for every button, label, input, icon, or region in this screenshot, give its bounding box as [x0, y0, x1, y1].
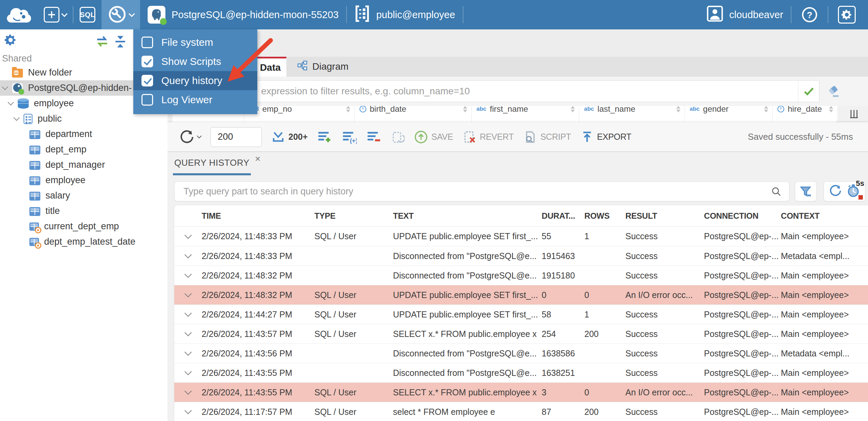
tree-item[interactable]: department	[0, 126, 167, 142]
query-history-row[interactable]: 2/26/2024, 11:48:33 PM Disconnected from…	[174, 246, 868, 266]
tree-item[interactable]: dept_emp_latest_date	[0, 234, 167, 249]
column-header[interactable]: TIME	[202, 211, 314, 221]
duplicate-row-button[interactable]: (+)	[342, 130, 357, 144]
query-history-row[interactable]: 2/26/2024, 11:48:32 PM SQL / User UPDATE…	[174, 285, 868, 304]
collapse-all-icon[interactable]	[113, 35, 128, 50]
expand-row-icon[interactable]	[184, 251, 191, 258]
menu-item[interactable]: Log Viewer	[133, 90, 257, 109]
connection-selector[interactable]: PostgreSQL@ep-hidden-moon-55203	[140, 0, 346, 29]
query-history-row[interactable]: 2/26/2024, 11:43:56 PM Disconnected from…	[174, 343, 868, 363]
expand-row-icon[interactable]	[184, 290, 191, 297]
expand-row-icon[interactable]	[184, 407, 191, 414]
query-history-row[interactable]: 2/26/2024, 11:17:57 PM SQL / User select…	[174, 402, 868, 421]
grid-column-header[interactable]: abc last_name	[579, 106, 685, 122]
revert-button[interactable]: REVERT	[463, 130, 514, 144]
settings-button[interactable]	[836, 0, 858, 29]
checkbox-icon[interactable]	[141, 56, 153, 67]
checkbox-icon[interactable]	[141, 94, 153, 106]
column-header[interactable]: CONNECTION	[704, 211, 781, 221]
column-header[interactable]: ROWS	[584, 211, 625, 221]
grid-column-header[interactable]: abc gender	[685, 106, 773, 122]
grid-column-header[interactable]: hire_date	[773, 106, 837, 122]
save-button[interactable]: SAVE	[414, 130, 453, 144]
sql-editor-button[interactable]: SQL	[73, 0, 101, 29]
menu-item[interactable]: Show Scripts	[133, 52, 257, 71]
tree-item[interactable]: dept_emp	[0, 142, 167, 157]
menu-item[interactable]: File system	[133, 33, 257, 52]
tree-item[interactable]: dept_manager	[0, 157, 167, 173]
sort-arrows-icon[interactable]	[346, 106, 350, 112]
column-header[interactable]: DURAT...	[542, 211, 584, 221]
filter-input[interactable]	[173, 81, 798, 102]
row-limit-input[interactable]	[211, 127, 262, 147]
refresh-icon[interactable]	[829, 184, 842, 199]
tree-item[interactable]: title	[0, 203, 167, 219]
expand-row-icon[interactable]	[184, 310, 191, 317]
tab-query-history[interactable]: QUERY HISTORY	[174, 154, 261, 172]
apply-filter-button[interactable]	[798, 81, 819, 102]
add-row-button[interactable]	[317, 130, 332, 144]
tree-item[interactable]: salary	[0, 188, 167, 203]
query-history-row[interactable]: 2/26/2024, 11:48:32 PM Disconnected from…	[174, 266, 868, 285]
sort-arrows-icon[interactable]	[764, 106, 768, 112]
column-header[interactable]: RESULT	[625, 211, 704, 221]
expand-row-icon[interactable]	[184, 388, 191, 395]
sync-connection-icon[interactable]	[94, 35, 110, 50]
expand-row-icon[interactable]	[184, 231, 191, 239]
query-history-row[interactable]: 2/26/2024, 11:48:33 PM SQL / User UPDATE…	[174, 227, 868, 246]
cell-context: Main <employee>	[781, 271, 868, 281]
refresh-grid-button[interactable]	[391, 130, 405, 144]
export-button[interactable]: EXPORT	[581, 130, 632, 144]
sort-arrows-icon[interactable]	[676, 106, 680, 112]
filter-button[interactable]	[795, 181, 817, 201]
help-button[interactable]: ?	[799, 0, 820, 29]
tree-item[interactable]: employee	[0, 173, 167, 188]
checkbox-icon[interactable]	[141, 75, 153, 86]
column-picker-icon[interactable]	[849, 109, 859, 120]
search-icon	[771, 186, 782, 199]
auto-refresh-control[interactable]: 5s	[824, 181, 865, 201]
chevron-down-icon[interactable]	[13, 114, 19, 121]
expand-row-icon[interactable]	[184, 368, 191, 375]
fetch-more-button[interactable]: 200+	[271, 130, 308, 144]
column-header[interactable]: TEXT	[393, 211, 542, 221]
sort-arrows-icon[interactable]	[571, 106, 575, 112]
clear-filter-button[interactable]	[824, 82, 843, 100]
expand-row-icon[interactable]	[184, 349, 191, 356]
close-icon[interactable]	[255, 155, 261, 162]
grid-column-header[interactable]: 123 emp_no	[244, 106, 355, 122]
checkbox-icon[interactable]	[141, 37, 153, 48]
search-input[interactable]	[174, 181, 789, 201]
query-history-row[interactable]: 2/26/2024, 11:44:27 PM SQL / User UPDATE…	[174, 304, 868, 324]
cell-text: UPDATE public.employee SET first_...	[393, 290, 542, 300]
tools-menu-button[interactable]	[101, 0, 140, 29]
tab-data[interactable]: Data	[254, 57, 286, 77]
tab-diagram[interactable]: Diagram	[290, 57, 355, 77]
sort-arrows-icon[interactable]	[829, 106, 833, 112]
refresh-button[interactable]	[180, 130, 201, 144]
menu-item[interactable]: Query history	[133, 71, 257, 90]
schema-selector[interactable]: public@employee	[347, 0, 463, 29]
sidebar-settings-icon[interactable]	[4, 33, 17, 48]
delete-row-button[interactable]	[366, 130, 381, 144]
grid-column-header[interactable]: abc first_name	[472, 106, 579, 122]
expand-row-icon[interactable]	[184, 271, 191, 278]
tree-item[interactable]: current_dept_emp	[0, 219, 167, 234]
script-button[interactable]: SCRIPT	[523, 130, 571, 144]
cell-text: UPDATE public.employee SET first_...	[393, 231, 542, 241]
expand-row-icon[interactable]	[184, 329, 191, 336]
query-history-row[interactable]: 2/26/2024, 11:43:55 PM SQL / User SELECT…	[174, 382, 868, 402]
sort-arrows-icon[interactable]	[463, 106, 467, 112]
grid-column-header[interactable]: birth_date	[355, 106, 472, 122]
chevron-down-icon[interactable]	[2, 84, 8, 90]
column-header[interactable]: CONTEXT	[781, 211, 868, 221]
query-history-row[interactable]: 2/26/2024, 11:43:55 PM Disconnected from…	[174, 363, 868, 382]
cell-text: Disconnected from "PostgreSQL@e...	[393, 349, 542, 358]
cell-connection: PostgreSQL@ep-...	[704, 368, 781, 378]
timer-icon[interactable]: 5s	[846, 184, 860, 199]
new-connection-button[interactable]	[38, 0, 73, 29]
query-history-row[interactable]: 2/26/2024, 11:43:57 PM SQL / User SELECT…	[174, 324, 868, 343]
chevron-down-icon[interactable]	[8, 99, 14, 105]
column-header[interactable]: TYPE	[314, 211, 393, 221]
user-menu-button[interactable]: cloudbeaver	[706, 5, 783, 25]
